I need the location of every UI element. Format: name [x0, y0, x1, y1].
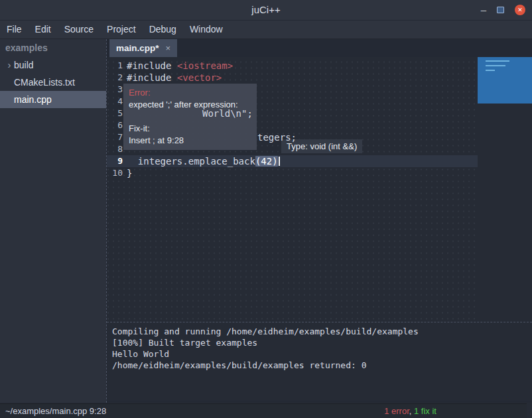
status-fixit-count: 1 fix it: [414, 406, 436, 416]
code-editor[interactable]: 1#include <iostream>2#include <vector>34…: [107, 57, 532, 322]
file-label: CMakeLists.txt: [14, 74, 75, 91]
line-number: 9: [107, 155, 127, 167]
minimap-code-line: [486, 60, 509, 62]
tab-label: main.cpp*: [116, 43, 159, 53]
menu-item-window[interactable]: Window: [183, 21, 230, 38]
sidebar-item-cmakelists-txt[interactable]: CMakeLists.txt: [0, 74, 106, 91]
terminal-output: Compiling and running /home/eidheim/exam…: [112, 326, 532, 371]
code-segment: tegers;: [257, 132, 297, 143]
file-tree-panel: examples ›buildCMakeLists.txtmain.cpp: [0, 39, 106, 403]
status-bar: ~/examples/main.cpp 9:28 1 error, 1 fix …: [0, 403, 527, 418]
code-text: tegers;: [257, 131, 297, 143]
app-window: juCi++ – ✕ FileEditSourceProjectDebugWin…: [0, 0, 532, 418]
minimap[interactable]: [478, 57, 532, 322]
line-number: 1: [107, 60, 127, 72]
minimap-viewport[interactable]: [478, 57, 532, 104]
minimap-code-line: [486, 65, 505, 66]
terminal-line: /home/eidheim/examples/build/examples re…: [112, 360, 532, 371]
project-root-label: examples: [0, 39, 106, 56]
status-location: ~/examples/main.cpp 9:28: [5, 406, 106, 416]
code-segment: }: [127, 168, 132, 178]
code-segment: #include: [127, 72, 177, 83]
code-segment: <iostream>: [177, 60, 233, 71]
tab-main-cpp[interactable]: main.cpp* ×: [109, 39, 177, 57]
line-number: 10: [107, 167, 127, 179]
code-segment: <vector>: [177, 72, 222, 83]
editor-line-9[interactable]: 9 integers.emplace_back(42): [107, 155, 478, 167]
editor-line-2[interactable]: 2#include <vector>: [107, 72, 478, 84]
sidebar-item-main-cpp[interactable]: main.cpp: [0, 91, 106, 108]
text-cursor: [279, 157, 280, 166]
terminal-line: Hello World: [112, 348, 532, 360]
line-number: 2: [107, 72, 127, 84]
menu-item-debug[interactable]: Debug: [143, 21, 183, 38]
tooltip-error-title: Error:: [129, 87, 251, 99]
tooltip-fixit-message: Insert ; at 9:28: [129, 135, 251, 147]
title-bar[interactable]: juCi++ – ✕: [0, 0, 532, 21]
tab-bar: main.cpp* ×: [107, 39, 532, 57]
status-separator: ,: [409, 406, 414, 416]
minimap-code-line: [486, 70, 495, 71]
sidebar-item-build[interactable]: ›build: [0, 56, 106, 74]
restore-icon[interactable]: [497, 7, 504, 13]
code-text: #include <iostream>: [127, 60, 233, 72]
status-error-count: 1 error: [384, 406, 409, 416]
main-area: examples ›buildCMakeLists.txtmain.cpp ma…: [0, 39, 532, 403]
tooltip-fixit-title: Fix-it:: [129, 123, 251, 135]
window-controls: – ✕: [481, 0, 525, 20]
editor-line-10[interactable]: 10}: [107, 167, 478, 179]
window-title: juCi++: [0, 0, 532, 20]
code-text: #include <vector>: [127, 72, 222, 84]
terminal-line: Compiling and running /home/eidheim/exam…: [112, 326, 532, 337]
menu-item-project[interactable]: Project: [100, 21, 143, 38]
terminal-line: [100%] Built target examples: [112, 337, 532, 348]
code-text: }: [127, 167, 132, 179]
menu-bar: FileEditSourceProjectDebugWindow: [0, 21, 532, 39]
file-label: main.cpp: [14, 91, 52, 108]
code-text: World\n";: [202, 107, 253, 119]
file-label: build: [14, 56, 34, 74]
chevron-right-icon: ›: [5, 56, 14, 74]
menu-item-edit[interactable]: Edit: [29, 21, 58, 38]
code-segment: integers.emplace_back: [127, 156, 255, 167]
code-segment: World\n";: [202, 108, 253, 119]
tab-close-icon[interactable]: ×: [166, 43, 171, 53]
close-icon[interactable]: ✕: [515, 5, 525, 15]
menu-item-file[interactable]: File: [0, 21, 29, 38]
editor-column: main.cpp* × 1#include <iostream>2#includ…: [106, 39, 532, 403]
file-tree: ›buildCMakeLists.txtmain.cpp: [0, 56, 106, 108]
code-segment: (42): [255, 156, 278, 167]
minimize-icon[interactable]: –: [481, 0, 486, 20]
menu-item-source[interactable]: Source: [58, 21, 100, 38]
editor-line-1[interactable]: 1#include <iostream>: [107, 60, 478, 72]
code-segment: #include: [127, 60, 177, 71]
status-diagnostics: 1 error, 1 fix it: [384, 406, 436, 416]
code-text: integers.emplace_back(42): [127, 155, 280, 167]
terminal-panel[interactable]: Compiling and running /home/eidheim/exam…: [107, 322, 532, 401]
